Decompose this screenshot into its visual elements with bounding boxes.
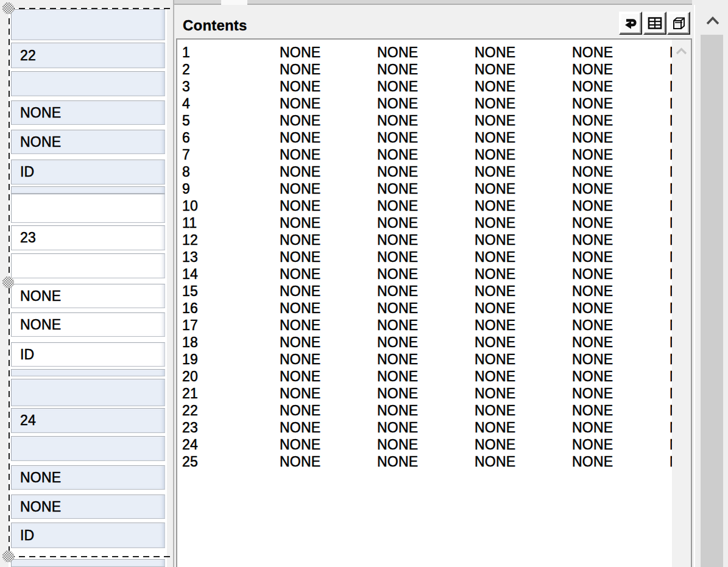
table-row[interactable]: 9NONENONENONENONENONE [177, 180, 672, 197]
widget-box[interactable] [11, 436, 165, 461]
widget-box[interactable]: NONE [11, 130, 165, 154]
widget-box[interactable]: ID [11, 342, 165, 367]
selection-handle-top-left[interactable] [2, 2, 14, 14]
widget-box[interactable]: ID [11, 160, 165, 185]
widget-box[interactable]: 23 [11, 225, 165, 250]
panel-edge-highlight [694, 5, 695, 567]
widget-box[interactable]: 22 [11, 43, 165, 68]
row-value: NONE [572, 129, 613, 146]
row-number: 5 [182, 112, 190, 129]
tab-active-gap[interactable] [221, 0, 247, 5]
table-row[interactable]: 18NONENONENONENONENONE [177, 334, 672, 351]
widget-box[interactable] [11, 559, 165, 567]
table-row[interactable]: 21NONENONENONENONENONE [177, 385, 672, 402]
table-row[interactable]: 24NONENONENONENONENONE [177, 436, 672, 453]
table-row[interactable]: 17NONENONENONENONENONE [177, 317, 672, 334]
table-row[interactable]: 12NONENONENONENONENONE [177, 231, 672, 248]
row-number: 2 [182, 61, 190, 78]
panel-scrollbar-up-button[interactable] [702, 11, 724, 33]
row-value: NONE [475, 44, 515, 61]
table-row[interactable]: 8NONENONENONENONENONE [177, 163, 672, 180]
row-value: NONE [280, 78, 320, 95]
row-value: NONE [475, 385, 515, 402]
row-number: 6 [182, 129, 190, 146]
widget-box[interactable] [11, 194, 165, 223]
widget-box[interactable] [11, 71, 165, 96]
widget-box[interactable] [11, 253, 165, 278]
widget-box[interactable]: NONE [11, 495, 165, 519]
table-row[interactable]: 2NONENONENONENONENONE [177, 61, 672, 78]
row-value: NONE [572, 231, 613, 248]
widget-box[interactable]: NONE [11, 284, 165, 308]
table-row[interactable]: 15NONENONENONENONENONE [177, 283, 672, 300]
row-number: 14 [182, 266, 198, 283]
row-value: NONE [377, 78, 418, 95]
row-value: NONE [280, 419, 320, 436]
widget-box[interactable] [11, 369, 165, 376]
row-value: NONE [377, 129, 418, 146]
tab-strip-left [174, 0, 221, 5]
table-row[interactable]: 1NONENONENONENONENONE [177, 44, 672, 61]
insert-arrow-button[interactable] [619, 12, 642, 35]
list-scrollbar-up-icon[interactable] [675, 47, 688, 58]
row-value: NONE [377, 112, 418, 129]
row-value: NONE [475, 78, 515, 95]
row-number: 16 [182, 300, 198, 317]
open-folder-button[interactable] [667, 12, 690, 35]
table-row[interactable]: 6NONENONENONENONENONE [177, 129, 672, 146]
table-row[interactable]: 16NONENONENONENONENONE [177, 300, 672, 317]
row-value: NONE [280, 180, 320, 197]
list-scrollbar[interactable] [672, 40, 691, 567]
row-value: NONE [377, 197, 418, 214]
table-row[interactable]: 22NONENONENONENONENONE [177, 402, 672, 419]
row-value: NONE [475, 129, 515, 146]
table-button[interactable] [643, 12, 666, 35]
widget-box[interactable]: NONE [11, 100, 165, 125]
row-value: NONE [572, 317, 613, 334]
panel-scrollbar-thumb[interactable] [701, 35, 723, 567]
widget-box[interactable] [11, 9, 165, 40]
selection-handle-mid-left[interactable] [2, 276, 14, 288]
row-number: 19 [182, 351, 198, 368]
table-row[interactable]: 25NONENONENONENONENONE [177, 453, 672, 470]
table-row[interactable]: 3NONENONENONENONENONE [177, 78, 672, 95]
row-value: NONE [377, 231, 418, 248]
row-value: NONE [572, 61, 613, 78]
row-value: NONE [280, 436, 320, 453]
widget-box[interactable]: 24 [11, 408, 165, 433]
table-row[interactable]: 20NONENONENONENONENONE [177, 368, 672, 385]
row-value: NONE [280, 317, 320, 334]
table-row[interactable]: 4NONENONENONENONENONE [177, 95, 672, 112]
row-value: NONE [572, 351, 613, 368]
row-value: NONE [475, 351, 515, 368]
row-value: NONE [377, 402, 418, 419]
row-value: NONE [572, 95, 613, 112]
table-row[interactable]: 7NONENONENONENONENONE [177, 146, 672, 163]
row-value: NONE [280, 283, 320, 300]
table-row[interactable]: 11NONENONENONENONENONE [177, 214, 672, 231]
row-value: NONE [377, 163, 418, 180]
widget-box[interactable] [11, 186, 165, 194]
contents-list[interactable]: 1NONENONENONENONENONE2NONENONENONENONENO… [176, 38, 692, 567]
widget-box-label: 23 [12, 231, 36, 245]
row-value: NONE [572, 214, 613, 231]
row-value: NONE [475, 197, 515, 214]
widget-box[interactable] [11, 379, 165, 406]
table-row[interactable]: 10NONENONENONENONENONE [177, 197, 672, 214]
row-value: NONE [280, 163, 320, 180]
table-row[interactable]: 23NONENONENONENONENONE [177, 419, 672, 436]
row-value: NONE [280, 334, 320, 351]
widget-box[interactable]: NONE [11, 312, 165, 337]
widget-box[interactable]: NONE [11, 465, 165, 490]
row-value: NONE [572, 283, 613, 300]
widget-box[interactable]: ID [11, 523, 165, 548]
row-value: NONE [475, 146, 515, 163]
table-row[interactable]: 13NONENONENONENONENONE [177, 248, 672, 266]
table-row[interactable]: 14NONENONENONENONENONE [177, 266, 672, 283]
row-value: NONE [572, 334, 613, 351]
row-value: NONE [475, 419, 515, 436]
row-value: NONE [475, 61, 515, 78]
row-number: 12 [182, 231, 198, 248]
table-row[interactable]: 5NONENONENONENONENONE [177, 112, 672, 129]
table-row[interactable]: 19NONENONENONENONENONE [177, 351, 672, 368]
